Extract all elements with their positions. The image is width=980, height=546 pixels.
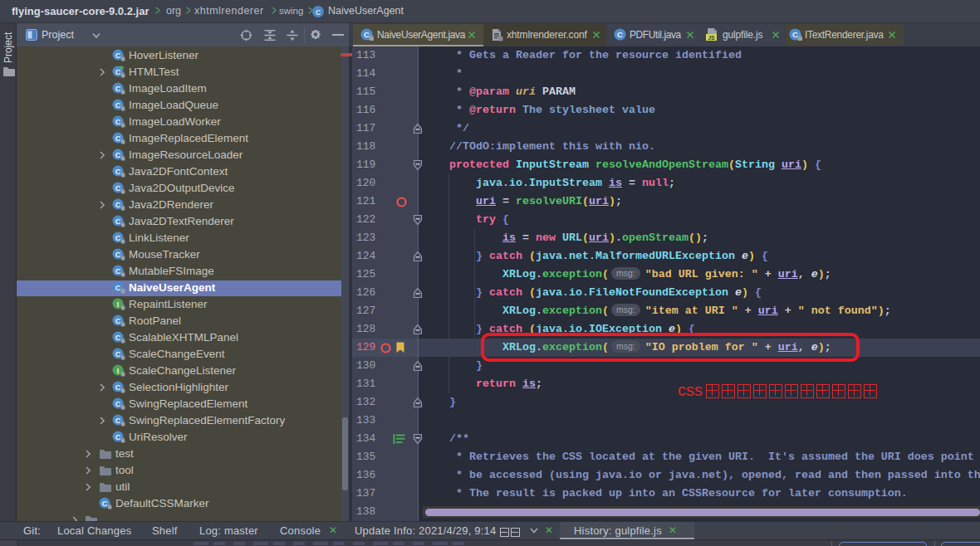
svg-text:C: C [115,68,121,76]
svg-text:C: C [115,134,121,143]
svg-text:C: C [115,284,121,292]
svg-text:C: C [115,400,121,408]
svg-text:C: C [115,383,121,392]
svg-text:I: I [117,367,120,375]
svg-text:C: C [617,30,623,39]
svg-text:C: C [115,251,121,259]
svg-text:C: C [115,317,121,325]
svg-text:C: C [115,267,121,275]
svg-text:C: C [115,334,121,342]
svg-text:C: C [102,500,108,508]
svg-text:C: C [115,101,121,110]
svg-text:C: C [364,30,370,39]
svg-text:C: C [115,118,121,126]
svg-text:JS: JS [708,35,715,41]
svg-text:C: C [115,151,121,159]
svg-text:C: C [115,184,121,193]
svg-text:C: C [792,30,798,39]
svg-text:C: C [115,234,121,242]
svg-text:C: C [316,8,321,17]
svg-text:C: C [115,217,121,226]
svg-text:C: C [115,433,121,441]
svg-text:C: C [115,417,121,425]
svg-text:C: C [115,201,121,209]
svg-text:C: C [115,51,121,60]
svg-text:C: C [115,168,121,176]
svg-text:C: C [115,85,121,93]
svg-text:C: C [115,350,121,358]
svg-text:I: I [117,300,120,309]
